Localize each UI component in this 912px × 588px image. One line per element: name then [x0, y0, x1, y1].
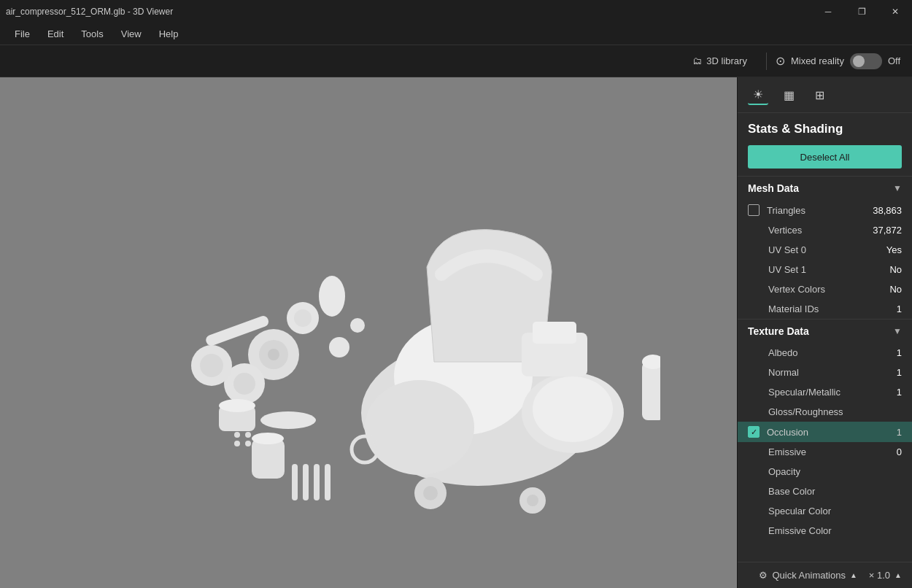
material-ids-label: Material IDs	[768, 303, 819, 314]
mixed-reality-icon: ⊙	[776, 54, 785, 68]
albedo-value: 1	[897, 347, 902, 358]
table-row: Base Color	[738, 481, 912, 501]
vertices-value: 37,872	[873, 225, 902, 236]
scale-label: × 1.0	[869, 570, 890, 581]
panel-spacer	[738, 541, 912, 562]
separator	[766, 53, 767, 70]
vertex-colors-value: No	[889, 284, 902, 295]
deselect-all-button[interactable]: Deselect All	[748, 145, 902, 169]
svg-point-28	[245, 441, 251, 446]
triangles-label: Triangles	[767, 205, 805, 216]
window-controls: ─ ❐ ✕	[811, 0, 912, 23]
panel-icons: ☀ ▦ ⊞	[738, 77, 912, 113]
table-row[interactable]: Triangles 38,863	[738, 200, 912, 220]
model-svg	[77, 107, 660, 559]
table-row: Emissive Color	[738, 521, 912, 541]
grid-icon-button[interactable]: ▦	[778, 85, 799, 105]
svg-point-11	[268, 349, 279, 360]
base-color-label: Base Color	[768, 486, 815, 497]
svg-point-38	[329, 337, 349, 357]
sun-icon-button[interactable]: ☀	[748, 85, 768, 105]
mesh-data-chevron: ▼	[893, 183, 902, 193]
table-row: Vertex Colors No	[738, 279, 912, 299]
svg-point-14	[260, 411, 316, 429]
title-bar: air_compressor_512_ORM.glb - 3D Viewer ─…	[0, 0, 912, 23]
emissive-value: 0	[897, 446, 902, 457]
table-row: UV Set 1 No	[738, 260, 912, 279]
occlusion-label: Occlusion	[767, 427, 808, 438]
opacity-label: Opacity	[768, 466, 800, 477]
right-panel: ☀ ▦ ⊞ Stats & Shading Deselect All Mesh …	[737, 77, 912, 588]
off-label: Off	[888, 55, 900, 66]
table-row: Material IDs 1	[738, 299, 912, 319]
specular-metallic-label: Specular/Metallic	[768, 387, 840, 398]
specular-metallic-value: 1	[897, 387, 902, 398]
menu-view[interactable]: View	[112, 26, 150, 42]
emissive-label: Emissive	[768, 446, 806, 457]
texture-data-title: Texture Data	[748, 325, 809, 337]
mesh-data-title: Mesh Data	[748, 182, 799, 194]
gloss-roughness-label: Gloss/Roughness	[768, 406, 843, 417]
menu-help[interactable]: Help	[150, 26, 188, 42]
svg-point-25	[234, 432, 240, 438]
restore-button[interactable]: ❐	[845, 0, 878, 23]
svg-rect-15	[252, 438, 285, 479]
svg-point-27	[234, 441, 240, 446]
table-row: Specular Color	[738, 501, 912, 521]
table-row: Normal 1	[738, 363, 912, 382]
quick-anim-label: Quick Animations	[772, 570, 845, 581]
table-row: UV Set 0 Yes	[738, 240, 912, 260]
table-row: Emissive 0	[738, 442, 912, 462]
svg-point-13	[233, 373, 255, 395]
top-bar: 🗂 3D library ⊙ Mixed reality Off	[0, 45, 912, 77]
triangles-value: 38,863	[873, 205, 902, 216]
table-row[interactable]: ✓ Occlusion 1	[738, 422, 912, 442]
menu-edit[interactable]: Edit	[39, 26, 72, 42]
library-button[interactable]: 🗂 3D library	[682, 51, 757, 71]
quick-animations[interactable]: ⚙ Quick Animations ▲ × 1.0 ▲	[759, 570, 902, 581]
svg-point-26	[245, 432, 251, 438]
close-button[interactable]: ✕	[878, 0, 912, 23]
library-icon: 🗂	[692, 55, 702, 66]
occlusion-checkbox[interactable]: ✓	[748, 426, 760, 438]
material-ids-value: 1	[897, 303, 902, 314]
normal-label: Normal	[768, 367, 799, 378]
svg-point-35	[423, 486, 438, 500]
mixed-reality-area: ⊙ Mixed reality Off	[776, 53, 900, 69]
panel-title: Stats & Shading	[738, 113, 912, 142]
uv-set-1-value: No	[889, 264, 902, 275]
vertices-label: Vertices	[768, 225, 802, 236]
minimize-button[interactable]: ─	[811, 0, 845, 23]
triangles-checkbox[interactable]	[748, 204, 760, 216]
bottom-bar: ⚙ Quick Animations ▲ × 1.0 ▲	[738, 562, 912, 588]
table-row: Opacity	[738, 462, 912, 481]
3d-viewport[interactable]	[0, 77, 737, 588]
svg-rect-22	[303, 464, 309, 500]
table-row: Specular/Metallic 1	[738, 382, 912, 402]
scale-chevron: ▲	[894, 571, 902, 579]
svg-rect-6	[533, 322, 576, 344]
svg-point-16	[252, 433, 284, 444]
table-row: Albedo 1	[738, 343, 912, 363]
apps-icon-button[interactable]: ⊞	[809, 85, 830, 105]
svg-rect-21	[292, 464, 298, 500]
table-row: Vertices 37,872	[738, 220, 912, 240]
table-row: Gloss/Roughness	[738, 402, 912, 422]
svg-point-3	[533, 376, 613, 442]
specular-color-label: Specular Color	[768, 506, 831, 517]
uv-set-0-label: UV Set 0	[768, 244, 806, 255]
menu-file[interactable]: File	[6, 26, 39, 42]
svg-point-4	[365, 380, 474, 475]
main-area: ☀ ▦ ⊞ Stats & Shading Deselect All Mesh …	[0, 77, 912, 588]
model-container	[0, 77, 737, 588]
mixed-reality-toggle[interactable]	[850, 53, 882, 69]
mesh-data-section-header[interactable]: Mesh Data ▼	[738, 176, 912, 200]
texture-data-section-header[interactable]: Texture Data ▼	[738, 319, 912, 343]
texture-data-chevron: ▼	[893, 326, 902, 336]
svg-point-37	[527, 495, 538, 506]
svg-rect-7	[642, 362, 660, 420]
albedo-label: Albedo	[768, 347, 797, 358]
uv-set-1-label: UV Set 1	[768, 264, 806, 275]
menu-tools[interactable]: Tools	[72, 26, 112, 42]
normal-value: 1	[897, 367, 902, 378]
